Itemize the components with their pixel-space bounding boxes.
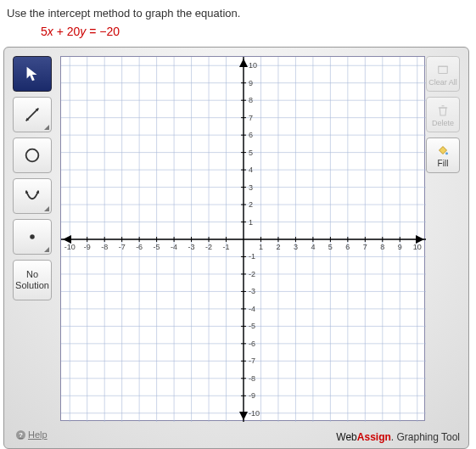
svg-text:-9: -9 xyxy=(84,243,91,251)
svg-text:-10: -10 xyxy=(64,243,76,251)
brand-footer: WebAssign. Graphing Tool xyxy=(336,431,460,443)
clear-all-button[interactable]: Clear All xyxy=(426,56,460,92)
circle-icon xyxy=(23,146,42,165)
svg-text:-6: -6 xyxy=(136,243,143,251)
dropdown-indicator-icon xyxy=(44,206,49,211)
svg-text:-7: -7 xyxy=(119,243,126,251)
svg-text:4: 4 xyxy=(311,243,315,251)
left-toolbar: No Solution xyxy=(13,56,57,300)
svg-text:8: 8 xyxy=(249,96,253,104)
var-x: x xyxy=(48,25,53,38)
delete-label: Delete xyxy=(432,119,454,127)
svg-text:-10: -10 xyxy=(249,409,260,418)
graphing-tool-frame: No Solution Clear All Delete Fill -10-9-… xyxy=(3,47,469,449)
line-icon xyxy=(23,105,42,124)
brand-assign: Assign xyxy=(357,431,391,443)
svg-text:-1: -1 xyxy=(223,243,230,251)
svg-point-7 xyxy=(445,152,448,154)
eq-plus: + xyxy=(53,25,67,38)
no-solution-label: No Solution xyxy=(15,269,49,291)
help-link[interactable]: ? Help xyxy=(16,429,48,440)
coef-b: 20 xyxy=(67,25,81,38)
svg-text:-7: -7 xyxy=(249,356,255,365)
dropdown-indicator-icon xyxy=(44,125,49,130)
svg-text:6: 6 xyxy=(345,243,350,251)
svg-text:-5: -5 xyxy=(154,243,160,251)
delete-button[interactable]: Delete xyxy=(426,97,460,132)
svg-text:10: 10 xyxy=(413,243,422,251)
eq-sign: = xyxy=(86,25,99,38)
svg-text:5: 5 xyxy=(328,243,333,251)
clear-all-icon xyxy=(435,62,451,77)
right-toolbar: Clear All Delete Fill xyxy=(426,56,462,173)
svg-text:1: 1 xyxy=(259,243,263,251)
fill-icon xyxy=(435,143,451,158)
prompt-text: Use the intercept method to graph the eq… xyxy=(7,7,473,20)
point-icon xyxy=(23,227,42,246)
coef-a: 5 xyxy=(41,25,48,38)
pointer-icon xyxy=(23,65,42,83)
svg-text:7: 7 xyxy=(249,114,253,122)
svg-text:2: 2 xyxy=(276,243,280,251)
svg-text:1: 1 xyxy=(249,218,253,227)
svg-text:3: 3 xyxy=(249,183,253,192)
brand-suffix: Graphing Tool xyxy=(394,431,460,443)
svg-text:-8: -8 xyxy=(101,243,108,251)
svg-text:-5: -5 xyxy=(249,322,255,330)
help-label: Help xyxy=(28,429,48,440)
equation: 5x + 20y = −20 xyxy=(41,25,473,38)
dropdown-indicator-icon xyxy=(44,247,49,252)
parabola-tool-button[interactable] xyxy=(13,178,52,214)
svg-text:8: 8 xyxy=(380,243,384,251)
clear-all-label: Clear All xyxy=(428,78,457,87)
svg-text:-3: -3 xyxy=(188,243,195,251)
parabola-icon xyxy=(23,187,42,205)
graph-canvas[interactable]: -10-9-8-7-6-5-4-3-2-112345678910-10-9-8-… xyxy=(60,56,425,421)
svg-text:-1: -1 xyxy=(249,252,255,261)
no-solution-button[interactable]: No Solution xyxy=(13,260,52,300)
svg-text:4: 4 xyxy=(249,166,253,174)
line-tool-button[interactable] xyxy=(13,97,52,132)
svg-text:10: 10 xyxy=(249,61,257,70)
svg-text:-2: -2 xyxy=(205,243,212,251)
svg-text:2: 2 xyxy=(249,200,253,209)
svg-text:-4: -4 xyxy=(171,243,177,251)
pointer-tool-button[interactable] xyxy=(13,56,52,92)
svg-text:7: 7 xyxy=(363,243,367,251)
fill-label: Fill xyxy=(438,159,449,168)
svg-text:-2: -2 xyxy=(249,270,255,278)
svg-text:-4: -4 xyxy=(249,305,255,313)
svg-text:6: 6 xyxy=(249,131,253,139)
svg-text:9: 9 xyxy=(398,243,402,251)
point-tool-button[interactable] xyxy=(13,219,52,255)
help-icon: ? xyxy=(16,430,25,440)
eq-rhs: −20 xyxy=(99,25,120,38)
svg-text:9: 9 xyxy=(249,79,253,87)
svg-rect-3 xyxy=(439,66,448,73)
brand-web: Web xyxy=(336,431,356,443)
svg-text:5: 5 xyxy=(249,149,253,157)
trash-icon xyxy=(435,103,451,118)
svg-text:-9: -9 xyxy=(249,391,255,400)
circle-tool-button[interactable] xyxy=(13,138,52,173)
svg-text:-3: -3 xyxy=(249,287,255,295)
svg-point-1 xyxy=(26,149,39,162)
svg-point-2 xyxy=(30,234,35,239)
fill-button[interactable]: Fill xyxy=(426,138,460,173)
svg-text:-8: -8 xyxy=(249,374,255,383)
svg-text:-6: -6 xyxy=(249,340,255,348)
coordinate-grid: -10-9-8-7-6-5-4-3-2-112345678910-10-9-8-… xyxy=(61,57,426,422)
svg-text:3: 3 xyxy=(294,243,298,251)
